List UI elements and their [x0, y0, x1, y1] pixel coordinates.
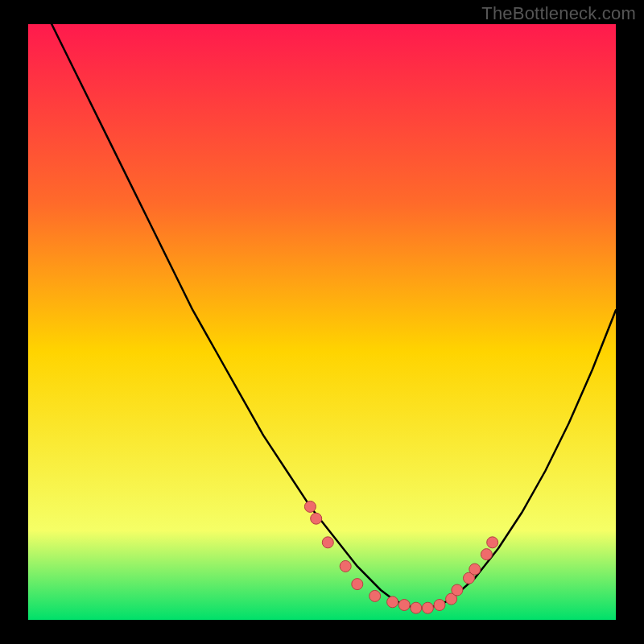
highlight-dot: [411, 602, 422, 613]
chart-svg: [28, 24, 616, 620]
highlight-dot: [487, 537, 498, 548]
highlight-dot: [422, 602, 433, 613]
watermark-text: TheBottleneck.com: [481, 3, 636, 24]
highlight-dot: [398, 600, 410, 611]
plot-area: [28, 24, 616, 620]
highlight-dot: [481, 549, 492, 560]
chart-frame: TheBottleneck.com: [0, 0, 644, 644]
highlight-dot: [387, 597, 398, 608]
highlight-dot: [304, 501, 316, 512]
highlight-dot: [311, 513, 322, 524]
gradient-panel: [28, 24, 616, 620]
highlight-dot: [452, 584, 463, 596]
highlight-dot: [340, 560, 351, 572]
highlight-dot: [469, 564, 481, 575]
highlight-dot: [369, 590, 381, 601]
highlight-dot: [322, 537, 333, 548]
highlight-dot: [434, 600, 445, 611]
highlight-dot: [352, 579, 363, 590]
